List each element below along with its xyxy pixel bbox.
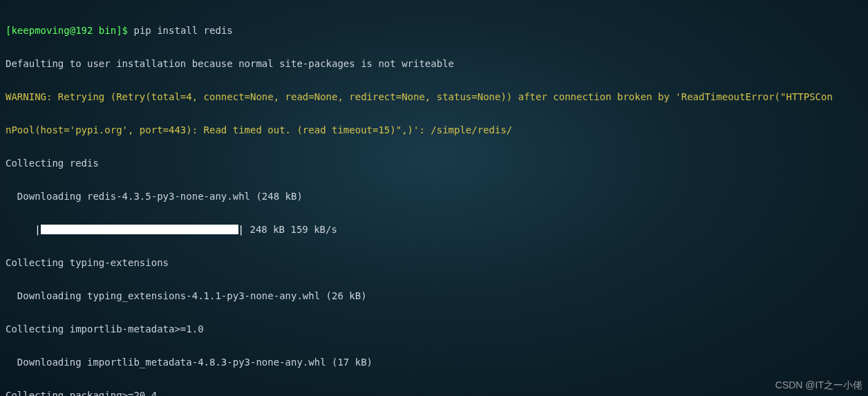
prompt-user-host: [keepmoving@192 bin]$	[6, 25, 128, 36]
line-collecting-packaging: Collecting packaging>=20.4	[6, 387, 862, 396]
prompt-command: pip install redis	[133, 25, 232, 36]
terminal-output[interactable]: [keepmoving@192 bin]$ pip install redis …	[0, 0, 868, 396]
line-prompt: [keepmoving@192 bin]$ pip install redis	[6, 22, 862, 39]
line-download-typing: Downloading typing_extensions-4.1.1-py3-…	[6, 287, 862, 304]
watermark-text: CSDN @IT之一小佬	[775, 377, 862, 393]
line-warning-2: nPool(host='pypi.org', port=443): Read t…	[6, 122, 862, 138]
line-warning-1: WARNING: Retrying (Retry(total=4, connec…	[6, 88, 862, 105]
line-download-redis: Downloading redis-4.3.5-py3-none-any.whl…	[6, 188, 862, 205]
line-progress-redis: || 248 kB 159 kB/s	[6, 221, 862, 238]
line-collecting-importlib: Collecting importlib-metadata>=1.0	[6, 321, 862, 337]
line-default: Defaulting to user installation because …	[6, 55, 862, 72]
line-collecting-redis: Collecting redis	[6, 155, 862, 171]
line-collecting-typing: Collecting typing-extensions	[6, 254, 862, 271]
progress-bar-redis	[41, 225, 238, 234]
line-download-importlib: Downloading importlib_metadata-4.8.3-py3…	[6, 354, 862, 370]
progress-stat-redis: 248 kB 159 kB/s	[244, 224, 337, 235]
